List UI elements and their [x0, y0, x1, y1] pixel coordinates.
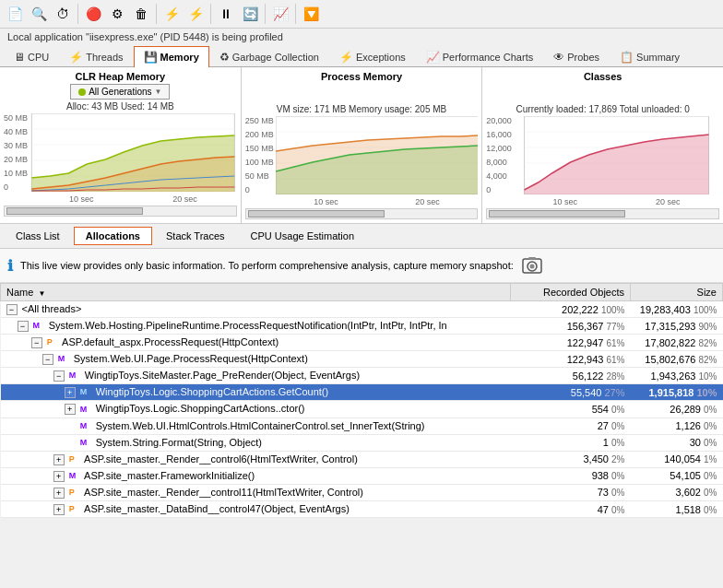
tab-cpu[interactable]: 🖥 CPU: [4, 46, 59, 67]
toolbar-btn-settings[interactable]: ⚙: [106, 3, 128, 25]
row-size: 30 0%: [631, 434, 723, 451]
row-name-cell: + P ASP.site_master._Render__control6(Ht…: [1, 451, 511, 467]
tab-exceptions-label: Exceptions: [356, 52, 406, 63]
row-name-cell: M System.String.Format(String, Object): [1, 434, 511, 451]
row-size: 140,054 1%: [631, 451, 723, 467]
heap-scrollbar[interactable]: [4, 206, 237, 217]
data-table-container[interactable]: Name ▼ Recorded Objects Size − <All thre…: [0, 283, 723, 518]
table-row[interactable]: + P ASP.site_master._DataBind__control47…: [1, 501, 723, 518]
method-icon: M: [80, 421, 91, 432]
table-row[interactable]: + M WingtipToys.Logic.ShoppingCartAction…: [1, 401, 723, 417]
row-objects: 122,943 61%: [511, 351, 631, 368]
toolbar-btn-filter[interactable]: 🔽: [300, 3, 322, 25]
row-size: 19,283,403 100%: [631, 301, 723, 318]
method-icon: P: [69, 488, 80, 499]
sub-tab-allocations[interactable]: Allocations: [74, 227, 152, 245]
col-header-name[interactable]: Name ▼: [1, 284, 511, 301]
row-size: 54,105 0%: [631, 467, 723, 484]
gc-icon: ♻: [219, 51, 230, 64]
expand-btn[interactable]: +: [53, 471, 65, 482]
table-row[interactable]: + P ASP.site_master._Render__control11(H…: [1, 484, 723, 500]
info-text: This live view provides only basic infor…: [20, 260, 514, 271]
expand-btn[interactable]: −: [42, 354, 53, 365]
tab-exceptions[interactable]: ⚡ Exceptions: [329, 46, 416, 67]
row-name: ASP.site_master._Render__control11(HtmlT…: [84, 487, 363, 498]
table-row[interactable]: + M ASP.site_master.FrameworkInitialize(…: [1, 467, 723, 484]
process-scrollbar[interactable]: [245, 208, 479, 219]
process-y-axis: 250 MB 200 MB 150 MB 100 MB 50 MB 0: [245, 116, 276, 194]
row-objects: 122,947 61%: [511, 335, 631, 351]
process-scrollbar-thumb[interactable]: [248, 210, 385, 218]
toolbar-btn-delete[interactable]: 🗑: [130, 3, 152, 25]
table-row[interactable]: − M System.Web.Hosting.PipelineRuntime.P…: [1, 318, 723, 335]
table-row[interactable]: + P ASP.site_master._Render__control6(Ht…: [1, 451, 723, 467]
row-name-cell: − M WingtipToys.SiteMaster.Page_PreRende…: [1, 368, 511, 384]
toolbar-btn-lightning2[interactable]: ⚡: [184, 3, 207, 25]
tab-summary-label: Summary: [636, 52, 680, 63]
tab-memory-label: Memory: [160, 52, 199, 63]
perf-icon: 📈: [426, 51, 440, 64]
expand-btn[interactable]: −: [18, 321, 29, 332]
toolbar-btn-lightning1[interactable]: ⚡: [160, 3, 183, 25]
tab-cpu-label: CPU: [28, 52, 49, 63]
toolbar-btn-record[interactable]: 🔴: [82, 3, 104, 25]
toolbar-btn-new[interactable]: 📄: [4, 3, 26, 25]
sub-tab-class-list[interactable]: Class List: [4, 227, 72, 245]
toolbar-btn-pause[interactable]: ⏸: [215, 3, 237, 25]
row-objects: 73 0%: [511, 484, 631, 500]
row-name: ASP.site_master._DataBind__control47(Obj…: [84, 503, 350, 514]
heap-scrollbar-thumb[interactable]: [6, 207, 143, 215]
row-name: System.Web.UI.Page.ProcessRequest(HttpCo…: [74, 353, 308, 364]
row-objects: 55,540 27%: [511, 384, 631, 401]
col-header-recorded-objects[interactable]: Recorded Objects: [511, 284, 631, 301]
tab-probes[interactable]: 👁 Probes: [543, 46, 610, 67]
table-row[interactable]: − M WingtipToys.SiteMaster.Page_PreRende…: [1, 368, 723, 384]
gen-dot: [78, 88, 86, 96]
tab-gc[interactable]: ♻ Garbage Collection: [209, 46, 329, 67]
sub-tab-cpu-estimation[interactable]: CPU Usage Estimation: [239, 227, 367, 245]
col-header-size[interactable]: Size: [631, 284, 723, 301]
process-time-labels: 10 sec 20 sec: [276, 197, 479, 206]
tab-memory[interactable]: 💾 Memory: [134, 46, 209, 67]
table-row[interactable]: M System.Web.UI.HtmlControls.HtmlContain…: [1, 417, 723, 434]
classes-scrollbar-thumb[interactable]: [489, 210, 625, 218]
classes-scrollbar[interactable]: [486, 208, 719, 219]
table-row[interactable]: M System.String.Format(String, Object) 1…: [1, 434, 723, 451]
tab-perf-label: Performance Charts: [443, 52, 533, 63]
table-body: − <All threads> 202,222 100% 19,283,403 …: [1, 301, 723, 518]
expand-btn[interactable]: +: [53, 504, 65, 515]
toolbar-btn-open[interactable]: 🔍: [28, 3, 50, 25]
toolbar-btn-chart[interactable]: 📈: [269, 3, 291, 25]
row-name-cell: − M System.Web.Hosting.PipelineRuntime.P…: [1, 318, 511, 335]
table-row[interactable]: − <All threads> 202,222 100% 19,283,403 …: [1, 301, 723, 318]
sub-tab-stack-traces[interactable]: Stack Traces: [154, 227, 237, 245]
expand-btn[interactable]: +: [65, 404, 76, 415]
row-name: <All threads>: [22, 303, 82, 314]
tab-threads[interactable]: ⚡ Threads: [59, 46, 133, 67]
toolbar-btn-refresh[interactable]: 🔄: [239, 3, 261, 25]
nav-tabs: 🖥 CPU ⚡ Threads 💾 Memory ♻ Garbage Colle…: [0, 45, 723, 67]
row-size: 1,126 0%: [631, 417, 723, 434]
toolbar-btn-timer[interactable]: ⏱: [52, 3, 74, 25]
tab-perf[interactable]: 📈 Performance Charts: [416, 46, 543, 67]
row-size: 1,915,818 10%: [631, 384, 723, 401]
expand-btn[interactable]: −: [53, 370, 65, 382]
row-name: WingtipToys.SiteMaster.Page_PreRender(Ob…: [85, 370, 360, 381]
gen-dropdown-btn[interactable]: All Generations ▼: [70, 84, 170, 100]
expand-btn[interactable]: −: [6, 304, 18, 315]
table-row[interactable]: − M System.Web.UI.Page.ProcessRequest(Ht…: [1, 351, 723, 368]
expand-btn[interactable]: −: [31, 337, 42, 348]
row-size: 17,802,822 82%: [631, 335, 723, 351]
tab-summary[interactable]: 📋 Summary: [610, 46, 690, 67]
expand-btn[interactable]: +: [53, 454, 65, 465]
expand-btn[interactable]: +: [65, 387, 76, 398]
table-row[interactable]: − P ASP.default_aspx.ProcessRequest(Http…: [1, 335, 723, 351]
classes-time-labels: 10 sec 20 sec: [514, 197, 719, 206]
table-row[interactable]: + M WingtipToys.Logic.ShoppingCartAction…: [1, 384, 723, 401]
snapshot-btn[interactable]: [521, 254, 543, 276]
process-svg-container: 10 sec 20 sec: [276, 116, 479, 206]
heap-svg-container: 10 sec 20 sec: [30, 113, 237, 204]
expand-btn[interactable]: +: [53, 488, 65, 499]
heap-chart-svg: [30, 113, 237, 192]
row-name: System.String.Format(String, Object): [96, 437, 262, 448]
